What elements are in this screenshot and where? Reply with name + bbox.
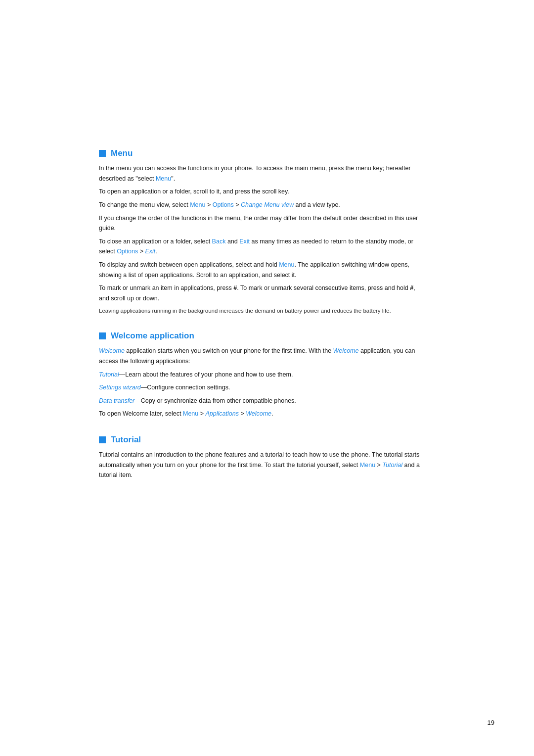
- welcome-link-settings-wizard[interactable]: Settings wizard: [99, 384, 141, 391]
- menu-para-1: In the menu you can access the functions…: [99, 163, 425, 184]
- welcome-para-data-transfer: Data transfer—Copy or synchronize data f…: [99, 396, 425, 406]
- page-container: Menu In the menu you can access the func…: [0, 0, 534, 756]
- menu-para-6: To display and switch between open appli…: [99, 260, 425, 280]
- content-area: Menu In the menu you can access the func…: [79, 0, 455, 546]
- welcome-link-welcome-1[interactable]: Welcome: [99, 347, 125, 354]
- menu-link-changemenuview[interactable]: Change Menu view: [241, 201, 294, 208]
- welcome-para-settings-wizard: Settings wizard—Configure connection set…: [99, 382, 425, 393]
- menu-para-8: Leaving applications running in the back…: [99, 307, 425, 316]
- welcome-para-1: Welcome application starts when you swit…: [99, 346, 425, 366]
- page-number: 19: [488, 719, 494, 726]
- menu-title: Menu: [111, 148, 133, 158]
- menu-heading: Menu: [99, 148, 425, 158]
- menu-link-exit-2[interactable]: Exit: [145, 248, 155, 255]
- menu-para-7: To mark or unmark an item in application…: [99, 283, 425, 303]
- menu-link-menu-1[interactable]: Menu: [156, 175, 171, 182]
- tutorial-para-1: Tutorial contains an introduction to the…: [99, 450, 425, 480]
- welcome-application-heading-icon: [99, 332, 106, 339]
- menu-link-back[interactable]: Back: [212, 238, 226, 245]
- menu-para-3: To change the menu view, select Menu > O…: [99, 200, 425, 210]
- menu-link-menu-3[interactable]: Menu: [279, 261, 294, 268]
- menu-link-options-1[interactable]: Options: [213, 201, 234, 208]
- tutorial-link-tutorial[interactable]: Tutorial: [382, 462, 402, 469]
- section-tutorial: Tutorial Tutorial contains an introducti…: [99, 435, 425, 480]
- section-menu: Menu In the menu you can access the func…: [99, 148, 425, 315]
- welcome-link-welcome-3[interactable]: Welcome: [246, 410, 271, 417]
- menu-link-menu-2[interactable]: Menu: [190, 201, 205, 208]
- welcome-application-heading: Welcome application: [99, 331, 425, 341]
- menu-para-5: To close an application or a folder, sel…: [99, 236, 425, 257]
- menu-para-2: To open an application or a folder, scro…: [99, 187, 425, 197]
- tutorial-heading-icon: [99, 436, 106, 443]
- welcome-link-data-transfer[interactable]: Data transfer: [99, 397, 134, 404]
- welcome-para-open-later: To open Welcome later, select Menu > App…: [99, 409, 425, 419]
- section-welcome-application: Welcome application Welcome application …: [99, 331, 425, 419]
- tutorial-link-menu[interactable]: Menu: [360, 462, 375, 469]
- tutorial-heading: Tutorial: [99, 435, 425, 445]
- welcome-link-applications[interactable]: Applications: [206, 410, 239, 417]
- welcome-para-tutorial: Tutorial—Learn about the features of you…: [99, 370, 425, 380]
- menu-heading-icon: [99, 150, 106, 157]
- tutorial-title: Tutorial: [111, 435, 141, 445]
- menu-link-exit-1[interactable]: Exit: [239, 238, 250, 245]
- menu-para-4: If you change the order of the functions…: [99, 213, 425, 234]
- welcome-link-menu[interactable]: Menu: [183, 410, 198, 417]
- welcome-application-title: Welcome application: [111, 331, 194, 341]
- menu-link-options-2[interactable]: Options: [117, 248, 138, 255]
- welcome-link-welcome-2[interactable]: Welcome: [333, 347, 359, 354]
- welcome-link-tutorial[interactable]: Tutorial: [99, 371, 119, 378]
